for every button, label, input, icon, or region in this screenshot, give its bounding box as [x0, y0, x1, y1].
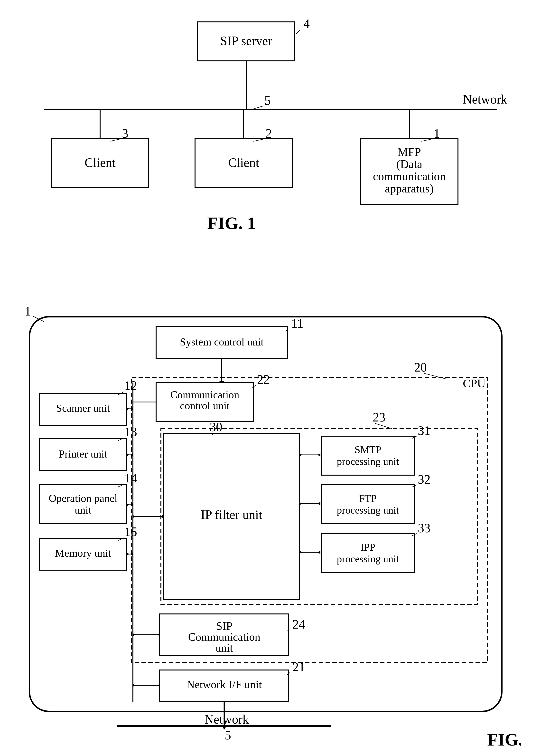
fig1-diagram: SIP server 4 Network 5 Client 3 Client 2 — [20, 15, 521, 307]
svg-text:32: 32 — [418, 472, 430, 486]
svg-text:Network: Network — [463, 92, 507, 106]
svg-text:(Data: (Data — [396, 158, 422, 171]
svg-text:31: 31 — [418, 424, 430, 438]
svg-text:Client: Client — [85, 156, 116, 170]
svg-text:Operation panel: Operation panel — [49, 492, 117, 504]
svg-text:System control unit: System control unit — [180, 336, 264, 348]
svg-text:FIG. 1: FIG. 1 — [207, 213, 256, 233]
svg-text:20: 20 — [414, 360, 427, 374]
svg-text:Scanner unit: Scanner unit — [56, 402, 110, 414]
svg-text:apparatus): apparatus) — [385, 182, 434, 195]
svg-rect-53 — [321, 436, 414, 475]
svg-text:unit: unit — [216, 642, 233, 654]
svg-text:33: 33 — [418, 521, 430, 535]
svg-text:Communication: Communication — [170, 389, 239, 401]
svg-text:22: 22 — [257, 373, 270, 386]
svg-text:Memory unit: Memory unit — [55, 547, 111, 559]
svg-text:processing unit: processing unit — [337, 553, 399, 565]
svg-text:21: 21 — [292, 660, 305, 674]
svg-text:communication: communication — [373, 170, 446, 183]
svg-text:processing unit: processing unit — [337, 456, 399, 467]
svg-text:FIG.2: FIG.2 — [487, 730, 521, 749]
svg-text:Network: Network — [205, 712, 249, 726]
svg-text:23: 23 — [373, 410, 385, 424]
svg-text:5: 5 — [225, 728, 231, 742]
svg-text:3: 3 — [122, 126, 128, 140]
fig2-diagram: 1 System control unit 11 CPU 20 Communic… — [20, 307, 521, 750]
svg-rect-61 — [321, 485, 414, 524]
svg-text:control unit: control unit — [180, 400, 230, 412]
svg-text:2: 2 — [266, 126, 272, 140]
svg-text:Communication: Communication — [188, 631, 260, 643]
svg-text:15: 15 — [124, 525, 137, 539]
svg-line-3 — [296, 30, 300, 34]
svg-text:SIP server: SIP server — [220, 34, 272, 48]
svg-text:11: 11 — [291, 316, 303, 330]
svg-text:IPP: IPP — [360, 542, 375, 553]
svg-text:SMTP: SMTP — [354, 444, 381, 455]
svg-text:unit: unit — [75, 504, 91, 516]
svg-text:5: 5 — [265, 94, 271, 107]
svg-text:FTP: FTP — [359, 493, 377, 504]
svg-text:Client: Client — [228, 156, 259, 170]
svg-text:12: 12 — [124, 379, 137, 392]
svg-text:24: 24 — [292, 617, 305, 631]
svg-text:13: 13 — [124, 425, 137, 439]
svg-text:MFP: MFP — [398, 145, 421, 158]
svg-text:Printer unit: Printer unit — [59, 448, 107, 460]
page: SIP server 4 Network 5 Client 3 Client 2 — [0, 0, 541, 756]
svg-text:SIP: SIP — [216, 620, 232, 632]
svg-text:Network I/F unit: Network I/F unit — [187, 678, 262, 691]
svg-text:1: 1 — [434, 126, 440, 140]
svg-rect-69 — [321, 534, 414, 573]
svg-text:4: 4 — [303, 17, 310, 31]
svg-text:IP filter unit: IP filter unit — [201, 508, 263, 522]
svg-text:30: 30 — [210, 420, 222, 434]
svg-text:CPU: CPU — [463, 377, 485, 390]
svg-text:processing unit: processing unit — [337, 505, 399, 516]
svg-text:1: 1 — [25, 307, 31, 318]
svg-text:14: 14 — [124, 471, 137, 485]
